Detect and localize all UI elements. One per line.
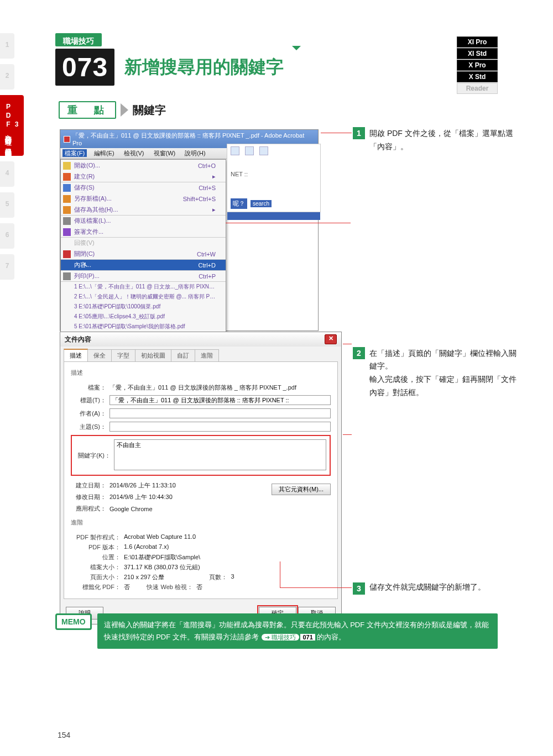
step-text: 在「描述」頁籤的「關鍵字」欄位裡輸入關鍵字。輸入完成後，按下「確定」鈕再關閉「文… (369, 347, 519, 400)
chapter-tab-1: 1 (0, 33, 14, 59)
dialog-title: 文件內容 (65, 335, 91, 344)
tab-initial-view[interactable]: 初始視圖 (135, 349, 171, 361)
step-1: 1 開啟 PDF 文件之後，從「檔案」選單點選「內容」。 (353, 127, 519, 154)
search-button[interactable]: search (251, 200, 272, 207)
tip-title: 新增搜尋用的關鍵字 (124, 55, 284, 80)
keywords-input[interactable]: 不由自主 (114, 439, 326, 470)
title-input[interactable] (109, 395, 331, 405)
step-number: 1 (353, 127, 365, 139)
menu-window[interactable]: 視窗(W) (152, 149, 178, 157)
chapter-tab-3: 3PDF文件的管理、搜尋與閱覽 (0, 95, 24, 156)
tab-advanced[interactable]: 進階 (195, 349, 219, 361)
recent-file[interactable]: 3 E:\01基礎\PDF擷取\1000個菜.pdf (61, 302, 226, 312)
subject-input[interactable] (109, 422, 331, 432)
menu-item-revert: 回復(V) (61, 237, 226, 248)
step-3: 3 儲存文件就完成關鍵字的新增了。 (353, 582, 519, 611)
page-number: 154 (58, 731, 70, 739)
keywords-label: 關鍵字(K)： (75, 452, 114, 460)
version-badges: XI Pro XI Std X Pro X Std Reader (457, 36, 498, 95)
badge-x-std: X Std (457, 71, 498, 82)
created-label: 建立日期： (71, 481, 109, 490)
app-icon (64, 136, 70, 143)
dialog-titlebar: 文件內容 ✕ (60, 332, 341, 347)
step-number: 3 (353, 582, 365, 595)
menu-item-send[interactable]: 傳送檔案(L)... (61, 215, 226, 226)
app-value: Google Chrome (109, 506, 153, 512)
title-label: 標題(T)： (71, 396, 109, 405)
badge-xi-std: XI Std (457, 48, 498, 59)
group-advanced: 進階 (71, 517, 331, 530)
chevron-right-icon (121, 103, 128, 117)
category-pill: 職場技巧 (55, 33, 102, 46)
memo-body: 這裡輸入的關鍵字將在「進階搜尋」功能裡成為搜尋對象。只要在此預先輸入 PDF 文… (97, 613, 498, 649)
subject-label: 主題(S)： (71, 423, 109, 431)
menu-file[interactable]: 檔案(F) (62, 149, 87, 157)
close-icon[interactable]: ✕ (325, 334, 337, 344)
document-background: NET :: 呢？search (227, 144, 321, 212)
modified-label: 修改日期： (71, 493, 109, 501)
recent-file[interactable]: 2 E:\...\「全民超人」！聰明的威爾史密斯 @... 痞客邦 PIXNET… (61, 292, 226, 302)
tip-header: 職場技巧 073 新增搜尋用的關鍵字 XI Pro XI Std X Pro X… (55, 33, 498, 119)
created-value: 2014/8/26 上午 11:33:10 (109, 481, 176, 490)
tab-custom[interactable]: 自訂 (171, 349, 195, 361)
menu-item-open[interactable]: 開啟(O)...Ctrl+O (61, 160, 226, 171)
chapter-tab-5: 5 (0, 192, 14, 218)
step-2: 2 在「描述」頁籤的「關鍵字」欄位裡輸入關鍵字。輸入完成後，按下「確定」鈕再關閉… (353, 347, 519, 400)
menu-edit[interactable]: 編輯(E) (92, 149, 117, 157)
chapter-tab-2: 2 (0, 64, 14, 90)
keypoint-text: 關鍵字 (133, 103, 166, 118)
file-value: 「愛，不由自主」011 @ 日文放課後的部落格 _ 痞客邦 PIXNET _.p… (109, 384, 331, 392)
recent-file[interactable]: 1 E:\...\「愛，不由自主」011 @ 日文放..._痞客邦 PIXNET… (61, 282, 226, 292)
keypoint-label: 重 點 (59, 101, 116, 119)
doc-text: 呢？ (231, 198, 247, 209)
toolbar-icon[interactable] (231, 146, 239, 155)
menu-item-saveother[interactable]: 儲存為其他(H)...▸ (61, 204, 226, 215)
recent-file[interactable]: 4 E:\05應用\...\Eclipse4.3_校訂版.pdf (61, 312, 226, 322)
author-label: 作者(A)： (71, 410, 109, 418)
author-input[interactable] (109, 408, 331, 418)
step-text: 開啟 PDF 文件之後，從「檔案」選單點選「內容」。 (369, 127, 519, 154)
modified-value: 2014/9/8 上午 10:44:30 (109, 493, 173, 501)
chapter-tab-7: 7 (0, 254, 14, 280)
tab-description[interactable]: 描述 (64, 349, 88, 361)
tab-security[interactable]: 保全 (87, 349, 112, 361)
step-number: 2 (353, 347, 365, 359)
menu-help[interactable]: 說明(H) (182, 149, 207, 157)
cross-ref-number: 071 (300, 634, 315, 641)
memo-box: MEMO 這裡輸入的關鍵字將在「進階搜尋」功能裡成為搜尋對象。只要在此預先輸入 … (55, 613, 498, 649)
metadata-button[interactable]: 其它元資料(M)... (272, 484, 331, 495)
file-label: 檔案： (71, 384, 109, 392)
tip-number: 073 (55, 49, 114, 86)
menu-item-create[interactable]: 建立(R)▸ (61, 171, 226, 182)
badge-x-pro: X Pro (457, 60, 498, 71)
menu-item-properties[interactable]: 內容...↖Ctrl+D (61, 259, 226, 270)
tab-fonts[interactable]: 字型 (111, 349, 135, 361)
group-description: 描述 (71, 368, 331, 380)
chapter-tabs: 1 2 3PDF文件的管理、搜尋與閱覽 4 5 6 7 (0, 33, 20, 285)
toolbar-icon[interactable] (245, 146, 254, 155)
badge-xi-pro: XI Pro (457, 36, 498, 48)
chapter-tab-4: 4 (0, 161, 14, 187)
cross-ref: ➔ 職場技巧 (262, 634, 299, 641)
badge-reader: Reader (457, 83, 498, 94)
menu-item-close[interactable]: 關閉(C)Ctrl+W (61, 248, 226, 259)
menu-view[interactable]: 檢視(V) (122, 149, 147, 157)
file-menu-popup: 開啟(O)...Ctrl+O 建立(R)▸ 儲存(S)Ctrl+S 另存新檔(A… (60, 159, 226, 343)
step-text: 儲存文件就完成關鍵字的新增了。 (369, 582, 486, 595)
menu-item-save[interactable]: 儲存(S)Ctrl+S (61, 182, 226, 193)
recent-file[interactable]: 5 E:\01基礎\PDF擷取\Sample\我的部落格.pdf (61, 322, 226, 332)
menu-item-saveas[interactable]: 另存新檔(A)...Shift+Ctrl+S (61, 193, 226, 204)
memo-label: MEMO (55, 613, 92, 630)
menu-item-sign[interactable]: 簽署文件... (61, 226, 226, 237)
menu-item-print[interactable]: 列印(P)...Ctrl+P (61, 270, 226, 281)
dialog-tabs: 描述保全字型初始視圖自訂進階 (60, 347, 341, 361)
chapter-tab-6: 6 (0, 223, 14, 249)
app-label: 應用程式： (71, 505, 109, 513)
toolbar-icon[interactable] (259, 146, 268, 155)
doc-text: NET :: (227, 169, 320, 180)
